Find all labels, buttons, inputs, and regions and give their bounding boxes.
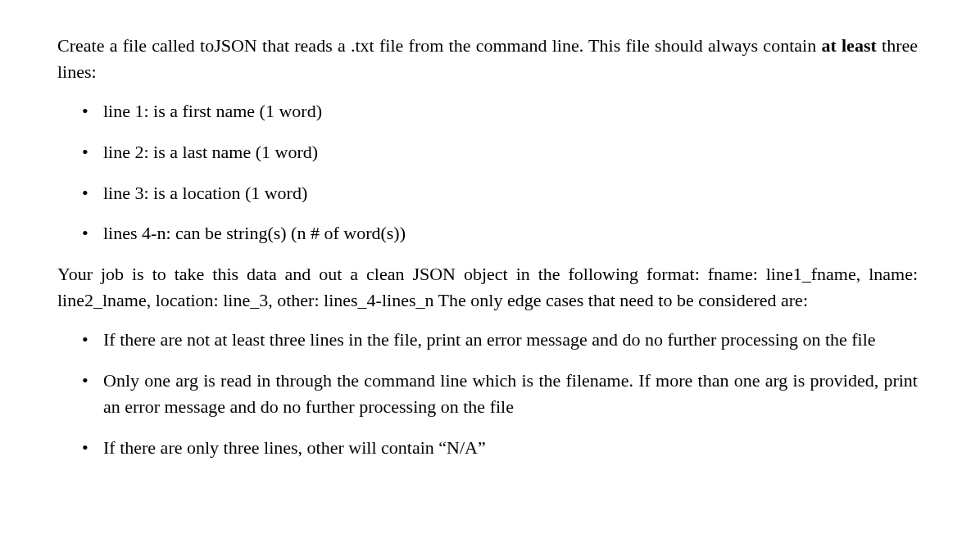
format-paragraph: Your job is to take this data and out a … — [57, 261, 918, 314]
list-item: lines 4-n: can be string(s) (n # of word… — [103, 220, 918, 246]
list-item-text: If there are only three lines, other wil… — [103, 437, 486, 458]
list-item-text: line 3: is a location (1 word) — [103, 183, 307, 203]
list-item: Only one arg is read in through the comm… — [103, 368, 918, 420]
list-item-text: Only one arg is read in through the comm… — [103, 370, 918, 417]
list-item: If there are only three lines, other wil… — [103, 435, 918, 461]
list-item-text: lines 4-n: can be string(s) (n # of word… — [103, 223, 406, 243]
intro-bold: at least — [821, 35, 876, 56]
edge-cases-list: If there are not at least three lines in… — [57, 327, 918, 461]
format-line3: The only edge cases that need to be cons… — [438, 290, 808, 310]
list-item: line 3: is a location (1 word) — [103, 180, 918, 206]
list-item-text: line 2: is a last name (1 word) — [103, 142, 318, 162]
list-item: line 2: is a last name (1 word) — [103, 139, 918, 165]
list-item: If there are not at least three lines in… — [103, 327, 918, 353]
list-item: line 1: is a first name (1 word) — [103, 98, 918, 124]
format-line1: Your job is to take this data and out a … — [57, 264, 700, 284]
requirements-list: line 1: is a first name (1 word) line 2:… — [57, 98, 918, 247]
list-item-text: line 1: is a first name (1 word) — [103, 101, 322, 121]
document-body: Create a file called toJSON that reads a… — [0, 0, 975, 509]
list-item-text: If there are not at least three lines in… — [103, 329, 876, 350]
intro-paragraph: Create a file called toJSON that reads a… — [57, 33, 918, 85]
intro-text-part1: Create a file called toJSON that reads a… — [57, 35, 821, 56]
